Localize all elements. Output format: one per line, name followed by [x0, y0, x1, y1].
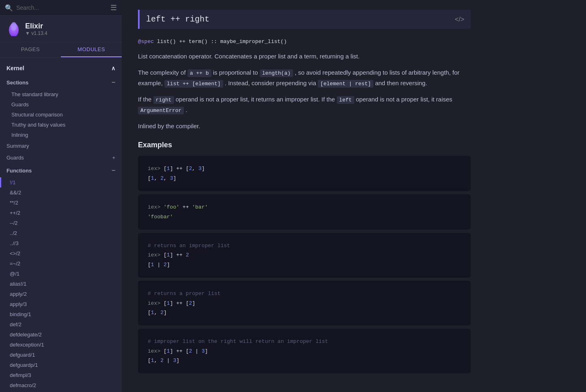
- kernel-collapse-icon: ∧: [111, 65, 115, 71]
- kernel-label: Kernel: [6, 65, 24, 71]
- desc3-end: .: [186, 106, 187, 113]
- sidebar-item-standard-library[interactable]: The standard library: [0, 89, 122, 99]
- func-item-alias1[interactable]: alias!/1: [0, 279, 122, 289]
- prompt: iex>: [148, 204, 164, 210]
- code-comment: # improper list on the right will return…: [148, 337, 461, 346]
- func-item-apply3[interactable]: apply/3: [0, 299, 122, 309]
- logo-version: ▼ v1.13.4: [25, 30, 47, 36]
- func-item-at1[interactable]: @/1: [0, 269, 122, 279]
- logo-area: Elixir ▼ v1.13.4: [0, 16, 122, 42]
- func-item-sigil2[interactable]: <>/2: [0, 248, 122, 258]
- func-item-defexception1[interactable]: defexception/1: [0, 340, 122, 350]
- code-block-2: iex> 'foo' ++ 'bar' 'foobar': [138, 194, 471, 230]
- sections-toggle-icon: −: [112, 79, 115, 86]
- content-area: left ++ right </> @spec list() ++ term()…: [122, 0, 487, 386]
- sidebar-item-inlining[interactable]: Inlining: [0, 130, 122, 140]
- elixir-logo: [6, 22, 21, 36]
- summary-label: Summary: [6, 143, 29, 149]
- desc2-code1: a ++ b: [187, 69, 211, 77]
- description-1: List concatenation operator. Concatenate…: [138, 51, 471, 62]
- func-item-defdelegate2[interactable]: defdelegate/2: [0, 330, 122, 340]
- func-item-defguardp1[interactable]: defguardp/1: [0, 360, 122, 370]
- main-content: left ++ right </> @spec list() ++ term()…: [122, 0, 586, 392]
- sidebar-guards[interactable]: Guards +: [0, 152, 122, 164]
- func-item-defmacro2[interactable]: defmacro/2: [0, 380, 122, 390]
- desc3-prefix: If the: [138, 96, 151, 103]
- func-item-range2[interactable]: ../2: [0, 228, 122, 238]
- sidebar-item-structural-comparison[interactable]: Structural comparison: [0, 110, 122, 120]
- prompt: iex>: [148, 300, 164, 306]
- desc2-code4: [element | rest]: [318, 80, 373, 88]
- tab-pages[interactable]: PAGES: [0, 42, 61, 57]
- func-item-concat2[interactable]: ++/2: [0, 208, 122, 218]
- code-result: [1 | 2]: [148, 260, 461, 269]
- examples-title: Examples: [138, 141, 471, 149]
- code-comment: # returns a proper list: [148, 289, 461, 298]
- func-item-apply2[interactable]: apply/2: [0, 289, 122, 299]
- kernel-section[interactable]: Kernel ∧: [0, 61, 122, 75]
- code-block-1: iex> [1] ++ [2, 3] [1, 2, 3]: [138, 156, 471, 191]
- sidebar: 🔍 ☰ Elixir ▼ v1.13.4 PAGES MODULES: [0, 0, 122, 392]
- func-item-def2[interactable]: def/2: [0, 319, 122, 330]
- func-item-match2[interactable]: =~/2: [0, 258, 122, 269]
- desc2-mid: is proportional to: [213, 69, 258, 76]
- sidebar-summary[interactable]: Summary: [0, 140, 122, 152]
- func-item-binding1[interactable]: binding/1: [0, 309, 122, 319]
- spec-keyword: @spec: [138, 39, 154, 45]
- source-link-icon[interactable]: </>: [455, 16, 464, 23]
- desc2-code3: list ++ [element]: [164, 80, 223, 88]
- functions-toggle-icon: −: [112, 167, 115, 174]
- search-input[interactable]: [16, 4, 107, 11]
- function-header: left ++ right </>: [138, 10, 471, 29]
- desc2-end: and then reversing.: [375, 80, 427, 86]
- func-item-defguard1[interactable]: defguard/1: [0, 350, 122, 360]
- code-block-5: # improper list on the right will return…: [138, 329, 471, 373]
- spec-code: list() ++ term() :: maybe_improper_list(…: [157, 39, 287, 45]
- prompt: iex>: [148, 348, 164, 354]
- sections-header[interactable]: Sections −: [0, 75, 122, 89]
- code-result: [1, 2, 3]: [148, 174, 461, 183]
- code-result: 'foobar': [148, 212, 461, 222]
- code-block-3: # returns an improper list iex> [1] ++ 2…: [138, 233, 471, 278]
- description-4: Inlined by the compiler.: [138, 121, 471, 131]
- sidebar-item-truthy-falsy[interactable]: Truthy and falsy values: [0, 120, 122, 130]
- description-2: The complexity of a ++ b is proportional…: [138, 67, 471, 88]
- spec-line: @spec list() ++ term() :: maybe_improper…: [138, 39, 471, 45]
- func-item-defimpl3[interactable]: defimpl/3: [0, 370, 122, 380]
- desc3-code1: right: [153, 96, 174, 104]
- logo-text: Elixir ▼ v1.13.4: [25, 22, 47, 36]
- code-result: [1, 2]: [148, 308, 461, 317]
- functions-list: !/1 &&/2 **/2 ++/2 --/2 ../2 ..//3 <>/2 …: [0, 177, 122, 392]
- tabs: PAGES MODULES: [0, 42, 122, 58]
- functions-header[interactable]: Functions −: [0, 164, 122, 177]
- sections-label: Sections: [6, 80, 28, 86]
- functions-label: Functions: [6, 168, 32, 174]
- code-comment: # returns an improper list: [148, 241, 461, 250]
- desc2-mid2: . Instead, consider prepending via: [225, 80, 316, 86]
- desc3-mid: operand is not a proper list, it returns…: [176, 96, 335, 103]
- func-item-and2[interactable]: &&/2: [0, 187, 122, 198]
- desc2-code2: length(a): [260, 69, 293, 77]
- menu-icon[interactable]: ☰: [110, 3, 117, 12]
- desc3-code3: ArgumentError: [138, 107, 184, 114]
- sidebar-item-guards[interactable]: Guards: [0, 99, 122, 110]
- search-icon: 🔍: [5, 4, 13, 12]
- description-3: If the right operand is not a proper lis…: [138, 94, 471, 115]
- func-item-step3[interactable]: ..//3: [0, 238, 122, 248]
- search-bar: 🔍 ☰: [0, 0, 122, 16]
- tab-modules[interactable]: MODULES: [61, 42, 122, 57]
- guards-label: Guards: [6, 155, 24, 161]
- code-line: iex> [1] ++ 2: [148, 250, 461, 260]
- func-item-bang1[interactable]: !/1: [0, 177, 122, 187]
- desc2-prefix: The complexity of: [138, 69, 186, 76]
- code-block-4: # returns a proper list iex> [1] ++ [2] …: [138, 281, 471, 325]
- desc3-code2: left: [337, 96, 354, 104]
- func-item-defmacrop2[interactable]: defmacrop/2: [0, 390, 122, 392]
- function-title: left ++ right: [146, 15, 209, 24]
- func-item-pow2[interactable]: **/2: [0, 198, 122, 208]
- code-line: iex> [1] ++ [2, 3]: [148, 164, 461, 173]
- desc3-suffix: operand is not a proper list, it raises: [356, 96, 452, 103]
- logo-name: Elixir: [25, 22, 47, 30]
- func-item-diff2[interactable]: --/2: [0, 218, 122, 228]
- code-line: iex> 'foo' ++ 'bar': [148, 202, 461, 212]
